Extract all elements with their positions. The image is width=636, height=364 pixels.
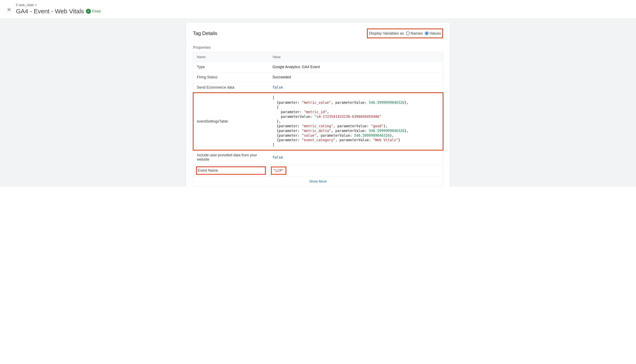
radio-values-label: Values	[429, 31, 441, 36]
cell-name: eventSettingsTable	[193, 93, 269, 150]
row-firing-status: Firing Status Succeeded	[193, 72, 443, 82]
close-button[interactable]	[4, 7, 14, 12]
show-more-label: Show More	[193, 176, 443, 186]
cell-value: Google Analytics: GA4 Event	[269, 62, 443, 72]
page-title: GA4 - Event - Web Vitals	[16, 8, 84, 15]
col-value: Value	[269, 52, 443, 62]
close-icon	[6, 7, 12, 12]
cell-value: false	[269, 150, 443, 165]
col-name: Name	[193, 52, 269, 62]
radio-names-label: Names	[410, 31, 423, 36]
display-variables-label: Display Variables as	[369, 31, 404, 36]
event-settings-code: [ {parameter: "metric_value", parameterV…	[272, 96, 439, 147]
breadcrumb[interactable]: 5 web_vitals >	[16, 3, 100, 7]
cell-value: "LCP"	[269, 165, 443, 176]
cell-value: [ {parameter: "metric_value", parameterV…	[269, 93, 443, 150]
radio-icon	[425, 32, 428, 35]
check-circle-icon	[86, 9, 91, 14]
display-variables-toggle: Display Variables as Names Values	[367, 28, 443, 38]
row-send-ecommerce: Send Ecommerce data false	[193, 82, 443, 93]
fired-badge: Fired	[86, 9, 100, 14]
row-event-name: Event Name "LCP"	[193, 165, 443, 176]
cell-name: Send Ecommerce data	[193, 82, 269, 93]
cell-name: Type	[193, 62, 269, 72]
properties-table: Name Value Type Google Analytics: GA4 Ev…	[193, 52, 443, 186]
radio-values[interactable]: Values	[425, 31, 441, 36]
cell-name: Event Name	[193, 165, 269, 176]
tag-details-panel: Tag Details Display Variables as Names V…	[186, 23, 450, 186]
row-event-settings-table: eventSettingsTable [ {parameter: "metric…	[193, 93, 443, 150]
row-include-user-data: Include user-provided data from your web…	[193, 150, 443, 165]
cell-name: Firing Status	[193, 72, 269, 82]
panel-title: Tag Details	[193, 30, 217, 36]
fired-label: Fired	[92, 9, 100, 14]
radio-names[interactable]: Names	[406, 31, 423, 36]
show-more-button[interactable]: Show More	[193, 176, 443, 186]
cell-name: Include user-provided data from your web…	[193, 150, 269, 165]
radio-icon	[406, 32, 410, 35]
cell-value: false	[269, 82, 443, 93]
section-properties-label: Properties	[193, 45, 443, 50]
cell-value: Succeeded	[269, 72, 443, 82]
row-type: Type Google Analytics: GA4 Event	[193, 62, 443, 72]
